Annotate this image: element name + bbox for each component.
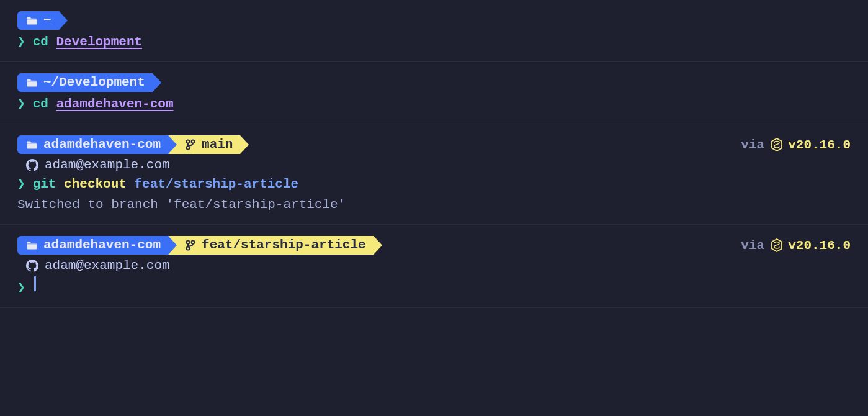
github-user: adam@example.com: [45, 158, 170, 172]
command-arg: Development: [56, 35, 142, 49]
svg-point-3: [187, 140, 190, 143]
folder-icon: [26, 16, 37, 25]
svg-point-8: [187, 247, 190, 250]
github-user: adam@example.com: [45, 258, 170, 273]
command-line[interactable]: ❯ cd adamdehaven-com: [17, 96, 851, 111]
prompt-symbol: ❯: [17, 279, 25, 295]
github-icon: [26, 260, 38, 272]
command-output: Switched to branch 'feat/starship-articl…: [17, 197, 851, 212]
prompt-header: adamdehaven-com feat/starship-article vi…: [17, 236, 851, 255]
path-chip: ~/Development: [17, 73, 153, 92]
terminal-block: adamdehaven-com main via v20.16.0 adam@e…: [0, 124, 868, 225]
command-line[interactable]: ❯: [17, 276, 851, 295]
prompt-symbol: ❯: [17, 96, 25, 111]
terminal-block: ~ ❯ cd Development: [0, 0, 868, 62]
prompt-chips: ~: [17, 11, 59, 30]
via-text: via: [741, 138, 764, 152]
via-text: via: [741, 238, 764, 253]
branch-text: main: [202, 135, 233, 154]
path-chip: adamdehaven-com: [17, 135, 168, 154]
branch-icon: [186, 240, 195, 251]
node-version: v20.16.0: [788, 238, 851, 253]
path-text: adamdehaven-com: [43, 236, 161, 255]
node-version: v20.16.0: [788, 138, 851, 152]
command: cd: [33, 35, 48, 49]
command-checkout: checkout: [64, 177, 127, 191]
branch-chip: feat/starship-article: [168, 236, 374, 255]
svg-rect-2: [27, 143, 37, 143]
prompt-chips: adamdehaven-com feat/starship-article: [17, 236, 374, 255]
prompt-header: ~/Development: [17, 73, 851, 92]
path-chip: adamdehaven-com: [17, 236, 168, 255]
svg-point-5: [192, 140, 195, 143]
svg-point-7: [187, 241, 190, 244]
github-icon: [26, 159, 38, 171]
node-icon: [771, 238, 783, 252]
cursor: [34, 276, 36, 291]
path-text: ~/Development: [43, 73, 145, 92]
command: cd: [33, 97, 48, 111]
command-git: git: [33, 177, 56, 191]
prompt-header: ~: [17, 11, 851, 30]
svg-rect-1: [27, 81, 37, 81]
command-branch-arg: feat/starship-article: [135, 177, 299, 191]
terminal-block: adamdehaven-com feat/starship-article vi…: [0, 225, 868, 308]
prompt-symbol: ❯: [17, 34, 25, 49]
path-chip: ~: [17, 11, 59, 30]
node-icon: [771, 138, 783, 151]
path-text: ~: [43, 11, 51, 30]
folder-icon: [26, 140, 37, 150]
branch-text: feat/starship-article: [202, 236, 366, 255]
runtime-info: via v20.16.0: [741, 138, 851, 152]
branch-icon: [186, 139, 195, 150]
svg-point-4: [187, 147, 190, 150]
path-text: adamdehaven-com: [43, 135, 161, 154]
svg-rect-0: [27, 19, 37, 19]
folder-icon: [26, 78, 37, 88]
folder-icon: [26, 241, 37, 250]
command-line[interactable]: ❯ cd Development: [17, 34, 851, 49]
prompt-chips: ~/Development: [17, 73, 153, 92]
prompt-header: adamdehaven-com main via v20.16.0: [17, 135, 851, 154]
github-line: adam@example.com: [17, 258, 851, 273]
svg-point-9: [192, 241, 195, 244]
command-line[interactable]: ❯ git checkout feat/starship-article: [17, 176, 851, 191]
command-arg: adamdehaven-com: [56, 97, 173, 111]
prompt-chips: adamdehaven-com main: [17, 135, 240, 154]
runtime-info: via v20.16.0: [741, 238, 851, 253]
svg-rect-6: [27, 243, 37, 244]
branch-chip: main: [168, 135, 240, 154]
terminal-block: ~/Development ❯ cd adamdehaven-com: [0, 62, 868, 124]
github-line: adam@example.com: [17, 158, 851, 172]
prompt-symbol: ❯: [17, 176, 25, 191]
